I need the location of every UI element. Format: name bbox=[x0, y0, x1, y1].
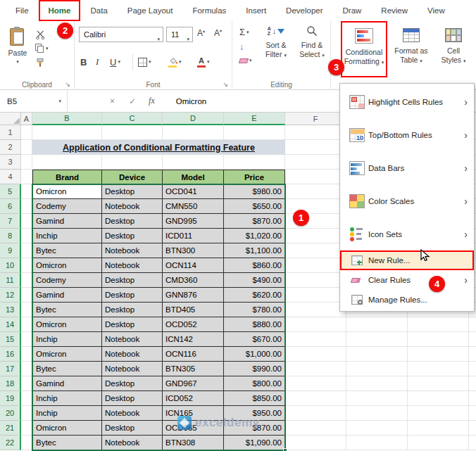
row-header-5[interactable]: 5 bbox=[0, 184, 21, 199]
column-header-A[interactable]: A bbox=[21, 113, 32, 125]
format-as-table-button[interactable]: Format as Table ▾ bbox=[392, 23, 431, 76]
tab-home[interactable]: Home bbox=[39, 0, 81, 21]
cell-C21[interactable]: Desktop bbox=[102, 421, 163, 436]
menu-item-manage-rules[interactable]: Manage Rules... bbox=[340, 290, 474, 310]
fill-button[interactable]: ↓ bbox=[239, 42, 244, 52]
italic-button[interactable]: I bbox=[96, 53, 99, 70]
cell-C20[interactable]: Notebook bbox=[102, 406, 163, 421]
column-header-C[interactable]: C bbox=[102, 113, 163, 125]
cell-D7[interactable]: GND995 bbox=[163, 214, 224, 229]
font-size-combo[interactable]: 11▾ bbox=[166, 27, 193, 42]
tab-view[interactable]: View bbox=[418, 0, 455, 21]
clear-button[interactable]: ▾ bbox=[239, 58, 252, 63]
cell-D5[interactable]: OCD041 bbox=[163, 184, 224, 199]
menu-item-new-rule[interactable]: New Rule... bbox=[340, 250, 474, 270]
cell-E7[interactable]: $870.00 bbox=[224, 214, 285, 229]
cell-C10[interactable]: Notebook bbox=[102, 258, 163, 273]
cell-E13[interactable]: $780.00 bbox=[224, 303, 285, 317]
row-header-17[interactable]: 17 bbox=[0, 362, 21, 376]
menu-item-icon-sets[interactable]: Icon Sets› bbox=[340, 217, 474, 250]
select-all-corner[interactable] bbox=[0, 113, 21, 125]
bold-button[interactable]: B bbox=[80, 53, 87, 70]
cut-button[interactable] bbox=[35, 30, 46, 40]
cell-B12[interactable]: Gamind bbox=[32, 288, 102, 303]
underline-button[interactable]: U▾ bbox=[110, 53, 120, 70]
row-header-22[interactable]: 22 bbox=[0, 436, 21, 450]
tab-formulas[interactable]: Formulas bbox=[182, 0, 236, 21]
cell-E12[interactable]: $620.00 bbox=[224, 288, 285, 303]
menu-item-highlight-cells-rules[interactable]: Highlight Cells Rules› bbox=[340, 85, 474, 118]
cell-E16[interactable]: $1,000.00 bbox=[224, 347, 285, 362]
cell-B11[interactable]: Codemy bbox=[32, 273, 102, 288]
fill-color-button[interactable]: ▾ bbox=[168, 53, 182, 70]
row-header-13[interactable]: 13 bbox=[0, 303, 21, 317]
cell-C5[interactable]: Desktop bbox=[102, 184, 163, 199]
sort-filter-button[interactable]: AZ↓ Sort & Filter ▾ bbox=[259, 21, 293, 60]
menu-item-top-bottom-rules[interactable]: 10Top/Bottom Rules› bbox=[340, 118, 474, 151]
cell-D15[interactable]: ICN142 bbox=[163, 332, 224, 347]
row-header-18[interactable]: 18 bbox=[0, 376, 21, 391]
formula-bar-value[interactable]: Omicron bbox=[176, 97, 206, 106]
enter-icon[interactable]: ✓ bbox=[129, 96, 136, 106]
row-header-6[interactable]: 6 bbox=[0, 199, 21, 214]
row-header-19[interactable]: 19 bbox=[0, 391, 21, 406]
paste-button[interactable]: Paste ▾ bbox=[4, 27, 31, 65]
find-select-button[interactable]: Find & Select ▾ bbox=[294, 21, 330, 60]
cell-D9[interactable]: BTN300 bbox=[163, 243, 224, 258]
cell-B20[interactable]: Inchip bbox=[32, 406, 102, 421]
cell-C11[interactable]: Desktop bbox=[102, 273, 163, 288]
cell-E15[interactable]: $670.00 bbox=[224, 332, 285, 347]
cell-E10[interactable]: $860.00 bbox=[224, 258, 285, 273]
font-name-combo[interactable]: Calibri▾ bbox=[79, 27, 163, 42]
cell-C22[interactable]: Notebook bbox=[102, 436, 163, 450]
cell-E18[interactable]: $800.00 bbox=[224, 376, 285, 391]
cell-C8[interactable]: Desktop bbox=[102, 229, 163, 243]
cell-D19[interactable]: ICD052 bbox=[163, 391, 224, 406]
cell-B8[interactable]: Inchip bbox=[32, 229, 102, 243]
font-dialog-launcher-icon[interactable]: ↘ bbox=[223, 81, 228, 88]
cell-D11[interactable]: CMD360 bbox=[163, 273, 224, 288]
header-cell-price[interactable]: Price bbox=[224, 170, 285, 184]
cell-B15[interactable]: Inchip bbox=[32, 332, 102, 347]
cell-C17[interactable]: Notebook bbox=[102, 362, 163, 376]
cell-E19[interactable]: $850.00 bbox=[224, 391, 285, 406]
row-header-9[interactable]: 9 bbox=[0, 243, 21, 258]
row-header-3[interactable]: 3 bbox=[0, 155, 21, 170]
cell-E22[interactable]: $1,090.00 bbox=[224, 436, 285, 450]
cell-C6[interactable]: Notebook bbox=[102, 199, 163, 214]
cell-C7[interactable]: Desktop bbox=[102, 214, 163, 229]
cancel-icon[interactable]: × bbox=[110, 96, 115, 106]
cell-D8[interactable]: ICD011 bbox=[163, 229, 224, 243]
cell-B21[interactable]: Omicron bbox=[32, 421, 102, 436]
cell-B19[interactable]: Inchip bbox=[32, 391, 102, 406]
header-cell-brand[interactable]: Brand bbox=[32, 170, 102, 184]
cell-B18[interactable]: Gamind bbox=[32, 376, 102, 391]
cell-E8[interactable]: $1,020.00 bbox=[224, 229, 285, 243]
column-header-D[interactable]: D bbox=[163, 113, 224, 125]
insert-function-icon[interactable]: fx bbox=[149, 96, 155, 106]
cell-C9[interactable]: Notebook bbox=[102, 243, 163, 258]
cell-E9[interactable]: $1,100.00 bbox=[224, 243, 285, 258]
cell-B16[interactable]: Omicron bbox=[32, 347, 102, 362]
tab-file[interactable]: File bbox=[6, 0, 39, 21]
cell-B17[interactable]: Bytec bbox=[32, 362, 102, 376]
row-header-1[interactable]: 1 bbox=[0, 125, 21, 140]
cell-B13[interactable]: Bytec bbox=[32, 303, 102, 317]
conditional-formatting-button[interactable]: Conditional Formatting ▾ bbox=[342, 23, 386, 76]
row-header-10[interactable]: 10 bbox=[0, 258, 21, 273]
cell-D16[interactable]: OCN116 bbox=[163, 347, 224, 362]
menu-item-clear-rules[interactable]: Clear Rules› bbox=[340, 270, 474, 290]
tab-data[interactable]: Data bbox=[80, 0, 117, 21]
row-header-20[interactable]: 20 bbox=[0, 406, 21, 421]
cell-E11[interactable]: $490.00 bbox=[224, 273, 285, 288]
cell-C18[interactable]: Desktop bbox=[102, 376, 163, 391]
tab-developer[interactable]: Developer bbox=[276, 0, 332, 21]
cell-C14[interactable]: Desktop bbox=[102, 317, 163, 332]
increase-font-size-button[interactable]: A▴ bbox=[197, 28, 205, 38]
column-header-F[interactable]: F bbox=[285, 113, 346, 125]
cell-B9[interactable]: Bytec bbox=[32, 243, 102, 258]
tab-review[interactable]: Review bbox=[371, 0, 418, 21]
name-box[interactable]: B5▾ bbox=[0, 90, 68, 112]
cell-C16[interactable]: Notebook bbox=[102, 347, 163, 362]
autosum-button[interactable]: Σ▾ bbox=[239, 27, 249, 37]
